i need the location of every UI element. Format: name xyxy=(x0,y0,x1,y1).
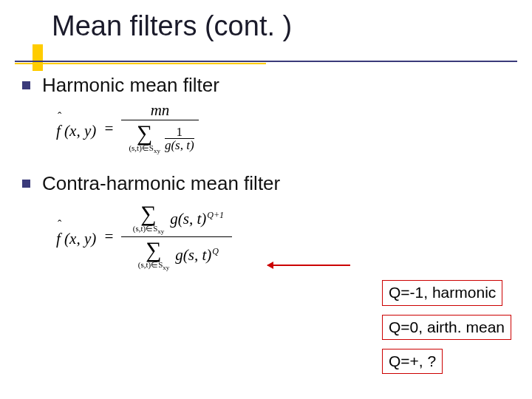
sigma-icon: ∑ (s,t)∈Sxy xyxy=(130,202,168,235)
bullet-item: Harmonic mean filter xyxy=(22,74,510,97)
lhs-text: f (x, y) xyxy=(56,122,96,140)
accent-square xyxy=(33,44,43,71)
g-term: g(s, t) xyxy=(170,210,206,228)
sum-subscript: (s,t)∈S xyxy=(138,260,163,269)
inner-num: 1 xyxy=(177,126,183,138)
exponent-bottom: Q xyxy=(212,246,219,256)
square-bullet-icon xyxy=(22,180,30,188)
bullet-text: Harmonic mean filter xyxy=(42,74,219,97)
slide-title: Mean filters (cont. ) xyxy=(52,10,517,43)
sum-subscript: (s,t)∈S xyxy=(133,224,158,233)
slide-body: Harmonic mean filter ˆf (x, y) = mn ∑ (s… xyxy=(22,74,510,273)
formula-harmonic: ˆf (x, y) = mn ∑ (s,t)∈Sxy 1 g(s, t) xyxy=(56,101,510,156)
equals-sign: = xyxy=(103,120,114,138)
exponent-top: Q+1 xyxy=(207,210,224,220)
arrow-icon xyxy=(267,265,350,266)
main-fraction: mn ∑ (s,t)∈Sxy 1 g(s, t) xyxy=(121,101,198,156)
g-term: g(s, t) xyxy=(175,246,211,264)
annotation-boxes: Q=-1, harmonic Q=0, airth. mean Q=+, ? xyxy=(382,280,511,374)
ratio-denominator: ∑ (s,t)∈Sxy g(s, t)Q xyxy=(131,237,223,273)
fhat-symbol: ˆf (x, y) xyxy=(56,117,96,140)
sum-subscript-xy: xy xyxy=(163,265,169,272)
equals-sign: = xyxy=(103,228,114,246)
sum-subscript-xy: xy xyxy=(154,147,160,154)
fraction-numerator: mn xyxy=(146,101,174,120)
square-bullet-icon xyxy=(22,81,30,89)
annotation-box: Q=0, airth. mean xyxy=(382,315,511,340)
annotation-box: Q=-1, harmonic xyxy=(382,280,502,305)
title-underline xyxy=(15,61,517,62)
sigma-icon: ∑ (s,t)∈Sxy xyxy=(126,122,163,154)
formula-contra-harmonic: ˆf (x, y) = ∑ (s,t)∈Sxy g(s, t)Q+1 ∑ (s,… xyxy=(56,201,510,273)
inner-den: g(s, t) xyxy=(165,139,194,151)
bullet-item: Contra-harmonic mean filter xyxy=(22,172,510,195)
inner-fraction: 1 g(s, t) xyxy=(165,126,194,151)
ratio-numerator: ∑ (s,t)∈Sxy g(s, t)Q+1 xyxy=(126,201,228,236)
fhat-symbol: ˆf (x, y) xyxy=(56,225,96,248)
ratio-fraction: ∑ (s,t)∈Sxy g(s, t)Q+1 ∑ (s,t)∈Sxy g(s, … xyxy=(121,201,232,273)
slide-title-area: Mean filters (cont. ) xyxy=(15,10,517,43)
sum-subscript: (s,t)∈S xyxy=(129,143,154,152)
lhs-text: f (x, y) xyxy=(56,230,96,248)
sum-subscript-xy: xy xyxy=(157,228,164,235)
bullet-text: Contra-harmonic mean filter xyxy=(42,172,280,195)
sigma-icon: ∑ (s,t)∈Sxy xyxy=(135,239,173,271)
annotation-box: Q=+, ? xyxy=(382,349,443,374)
